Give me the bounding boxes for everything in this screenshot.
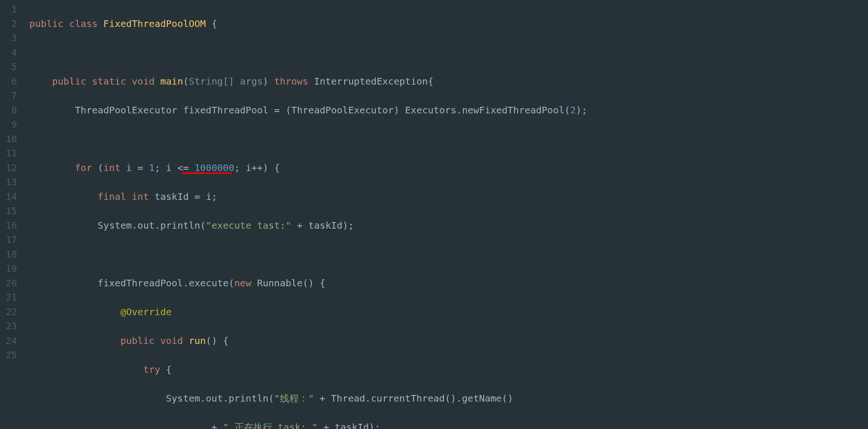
line-number: 25 (0, 348, 17, 362)
type-ref: Runnable (257, 277, 303, 289)
class-name: FixedThreadPoolOOM (104, 18, 206, 29)
semicolon: ; (155, 162, 160, 173)
field-ref: out (138, 220, 155, 231)
dot: . (200, 393, 206, 404)
operator: ++ (252, 162, 263, 173)
operator: + (297, 220, 303, 231)
param: String[] args (189, 76, 263, 87)
keyword: public (29, 18, 63, 29)
operator: = (194, 191, 200, 202)
paren: () (303, 277, 314, 289)
code-line[interactable]: ThreadPoolExecutor fixedThreadPool = (Th… (24, 103, 868, 118)
keyword: int (104, 162, 121, 173)
dot: . (183, 277, 189, 289)
keyword: void (132, 76, 155, 87)
paren: ) (263, 162, 269, 173)
dot: . (365, 393, 371, 404)
variable: i (126, 162, 132, 173)
line-number: 20 (0, 276, 17, 291)
keyword: class (69, 18, 97, 29)
line-number: 9 (0, 117, 17, 132)
line-number: 13 (0, 175, 17, 189)
keyword: public (52, 76, 86, 87)
keyword: throws (274, 76, 308, 87)
method-name: run (189, 335, 206, 346)
variable: i (206, 191, 211, 202)
paren: ) (394, 104, 399, 116)
paren: ( (98, 162, 104, 173)
brace: { (428, 76, 434, 87)
brace: { (320, 277, 325, 289)
method-call: println (229, 393, 269, 404)
method-call: println (160, 220, 200, 231)
line-number: 15 (0, 204, 17, 218)
paren: () (502, 393, 513, 404)
keyword: static (92, 76, 126, 87)
brace: { (223, 335, 228, 346)
code-editor[interactable]: 1 2 3 4 5 6 7 8 9 10 11 12 13 14 15 16 1… (0, 2, 868, 429)
method-call: currentThread (371, 393, 445, 404)
keyword: new (234, 277, 252, 289)
dot: . (223, 393, 228, 404)
paren: ( (286, 104, 291, 116)
code-line[interactable] (24, 45, 868, 60)
code-line[interactable]: public class FixedThreadPoolOOM { (24, 17, 868, 31)
line-number: 17 (0, 232, 17, 247)
paren: ) (263, 76, 269, 87)
keyword: void (160, 335, 183, 346)
code-line[interactable]: for (int i = 1; i <= 1000000; i++) { (24, 161, 868, 175)
class-ref: System (166, 393, 200, 404)
line-number: 4 (0, 45, 17, 60)
code-line[interactable] (24, 247, 868, 262)
code-line[interactable]: public static void main(String[] args) t… (24, 74, 868, 89)
code-line[interactable]: final int taskId = i; (24, 189, 868, 204)
code-line[interactable] (24, 132, 868, 146)
code-line[interactable]: try { (24, 362, 868, 377)
brace: { (166, 364, 172, 375)
line-number: 1 (0, 2, 17, 17)
code-line[interactable]: System.out.println("线程：" + Thread.curren… (24, 391, 868, 406)
keyword: int (132, 191, 149, 202)
semicolon: ; (211, 191, 217, 202)
code-line[interactable]: fixedThreadPool.execute(new Runnable() { (24, 276, 868, 291)
string: "线程：" (274, 393, 314, 404)
class-ref: Executors (405, 104, 456, 116)
line-number: 24 (0, 334, 17, 348)
line-number: 6 (0, 74, 17, 89)
code-line[interactable]: System.out.println("execute tast:" + tas… (24, 218, 868, 233)
type-ref: ThreadPoolExecutor (75, 104, 177, 116)
string: "execute tast:" (206, 220, 291, 231)
variable: taskId (335, 421, 369, 429)
paren: ( (229, 277, 234, 289)
line-number: 2 (0, 17, 17, 31)
method-call: execute (189, 277, 228, 289)
type-ref: ThreadPoolExecutor (291, 104, 394, 116)
operator: = (138, 162, 143, 173)
method-name: main (160, 76, 183, 87)
line-number: 7 (0, 88, 17, 103)
line-number-gutter: 1 2 3 4 5 6 7 8 9 10 11 12 13 14 15 16 1… (0, 2, 24, 429)
line-number: 3 (0, 31, 17, 45)
keyword: try (143, 364, 160, 375)
semicolon: ; (582, 104, 587, 116)
keyword: public (121, 335, 155, 346)
number: 2 (570, 104, 576, 116)
operator: <= (177, 162, 189, 173)
line-number: 22 (0, 305, 17, 319)
line-number: 5 (0, 60, 17, 74)
operator: + (320, 393, 325, 404)
line-number: 14 (0, 189, 17, 204)
code-area[interactable]: public class FixedThreadPoolOOM { public… (24, 2, 868, 429)
code-line[interactable]: @Override (24, 305, 868, 319)
code-line[interactable]: + " 正在执行 task: " + taskId); (24, 420, 868, 429)
number: 1000000 (194, 162, 234, 173)
method-call: newFixedThreadPool (462, 104, 564, 116)
variable: fixedThreadPool (183, 104, 269, 116)
semicolon: ; (234, 162, 240, 173)
code-line[interactable]: public void run() { (24, 334, 868, 348)
variable: taskId (308, 220, 342, 231)
type-ref: InterruptedException (314, 76, 428, 87)
paren: ( (200, 220, 206, 231)
paren: ) (576, 104, 582, 116)
dot: . (132, 220, 138, 231)
